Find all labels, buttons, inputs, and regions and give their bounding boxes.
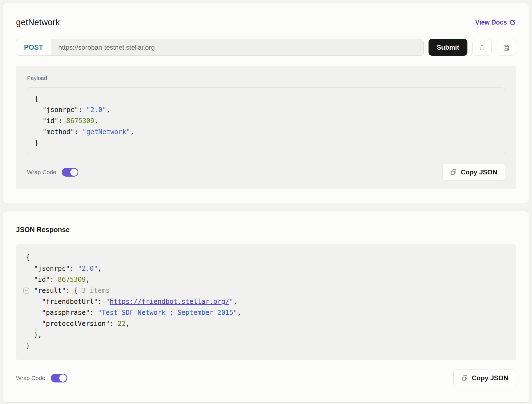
code-token-str: "2.0" [86,106,106,114]
code-token-punc: : [70,265,78,272]
save-button[interactable] [497,39,516,56]
code-token-punc: } [26,342,30,350]
code-token-punc: , [94,117,98,125]
code-token-punc: { [34,95,38,103]
copy-json-label: Copy JSON [461,168,497,176]
code-token-punc: }, [26,331,42,339]
copy-json-label: Copy JSON [472,374,508,382]
code-token-punc [26,309,42,317]
code-token-num: 8675309 [58,276,86,283]
code-token-key: "method" [42,128,75,136]
code-token-punc: , [98,265,102,272]
friendbot-url-link[interactable]: https://friendbot.stellar.org/ [110,298,229,305]
code-line: { [34,93,498,104]
payload-label: Payload [27,75,505,81]
endpoint-url-input[interactable] [51,39,423,55]
copy-json-button[interactable]: Copy JSON [453,370,516,386]
wrap-code-label: Wrap Code [16,375,45,381]
code-token-punc: , [130,128,134,136]
collapse-minus-icon[interactable] [23,288,29,294]
code-token-punc: : [50,276,58,283]
code-line: "id": 8675309, [26,274,509,285]
request-bar-row: POST Submit [16,39,516,56]
code-line: } [34,137,498,148]
wrap-code-group: Wrap Code [27,168,78,177]
code-token-punc: , [233,298,237,305]
code-token-punc [26,320,42,328]
code-token-str: "getNetwork" [82,128,130,136]
code-token-punc: : [90,309,98,317]
code-token-punc: , [106,106,110,114]
code-line: "friendbotUrl": "https://friendbot.stell… [26,296,509,307]
code-line: "protocolVersion": 22, [26,318,509,329]
code-token-punc: } [34,139,38,147]
code-line: { [26,252,509,263]
response-code-block: { "jsonrpc": "2.0", "id": 8675309, "resu… [16,244,516,360]
code-line: "jsonrpc": "2.0", [26,263,509,274]
code-token-punc [34,117,42,125]
save-icon [502,44,510,51]
json-response-card: JSON Response { "jsonrpc": "2.0", "id": … [3,211,529,403]
code-token-punc: : [75,128,83,136]
code-token-key: "protocolVersion" [42,320,110,328]
code-token-punc: , [237,309,241,317]
code-token-key: "passphrase" [42,309,90,317]
code-token-punc: : { [66,287,82,294]
code-token-num: 22 [118,320,126,328]
code-token-key: "id" [42,117,58,125]
external-link-icon [509,19,516,26]
code-token-punc [34,128,42,136]
share-button[interactable] [472,39,492,56]
wrap-code-toggle[interactable] [51,374,67,382]
submit-button[interactable]: Submit [429,39,467,56]
code-token-punc [34,106,42,114]
code-token-key: "jsonrpc" [42,106,78,114]
view-docs-link[interactable]: View Docs [475,19,516,26]
copy-icon [450,169,457,176]
wrap-code-label: Wrap Code [27,169,56,176]
code-token-punc [26,265,34,272]
code-token-str: " [229,298,233,305]
code-token-key: "jsonrpc" [34,265,70,272]
code-token-meta: 3 items [82,287,110,294]
wrap-code-toggle[interactable] [62,168,78,177]
code-line: } [26,340,509,351]
response-footer: Wrap Code Copy JSON [16,370,516,386]
copy-json-button[interactable]: Copy JSON [442,164,505,180]
code-token-key: "friendbotUrl" [42,298,98,305]
request-card-header: getNetwork View Docs [16,17,516,27]
code-line: "id": 8675309, [34,115,498,126]
code-token-num: 8675309 [66,117,94,125]
code-token-key: "result" [34,287,66,294]
code-token-punc [26,298,42,305]
code-line: "jsonrpc": "2.0", [34,104,498,115]
code-token-punc: , [86,276,90,283]
code-token-key: "id" [34,276,50,283]
code-line: "method": "getNetwork", [34,126,498,137]
code-token-punc: { [26,254,30,261]
toggle-knob [59,374,66,382]
http-method-badge: POST [16,39,51,55]
code-token-punc: : [110,320,118,328]
response-title: JSON Response [16,226,516,234]
code-token-punc: , [126,320,129,328]
code-line: "passphrase": "Test SDF Network ; Septem… [26,307,509,318]
code-token-punc [26,276,34,283]
view-docs-label: View Docs [475,19,507,26]
toggle-knob [70,169,78,176]
payload-editor[interactable]: { "jsonrpc": "2.0", "id": 8675309, "meth… [27,87,505,154]
request-card: getNetwork View Docs POST Submit [3,3,529,203]
code-token-punc: : [98,298,106,305]
wrap-code-group: Wrap Code [16,374,67,382]
code-token-punc: : [78,106,86,114]
payload-footer: Wrap Code Copy JSON [27,164,505,180]
code-line: "result": { 3 items [26,285,509,296]
code-token-punc: : [58,117,66,125]
payload-panel: Payload { "jsonrpc": "2.0", "id": 867530… [16,66,516,189]
share-icon [478,44,486,51]
code-token-str: "Test SDF Network ; September 2015" [98,309,237,317]
code-token-str: " [106,298,110,305]
url-bar: POST [16,39,424,56]
page-title: getNetwork [16,17,60,27]
code-token-str: "2.0" [78,265,98,272]
